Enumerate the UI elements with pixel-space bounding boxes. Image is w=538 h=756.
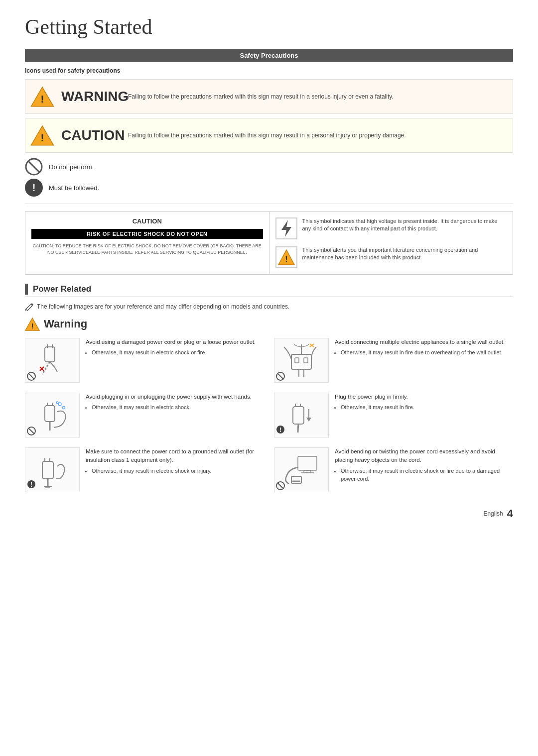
caution-right-panel: This symbol indicates that high voltage …: [269, 212, 513, 274]
literature-text: This symbol alerts you that important li…: [302, 246, 507, 262]
svg-marker-6: [281, 220, 291, 237]
caution-fine-print: CAUTION: TO REDUCE THE RISK OF ELECTRIC …: [31, 243, 263, 255]
no-perform-badge-3: [27, 427, 36, 435]
no-perform-badge-2: [276, 372, 285, 381]
svg-line-56: [278, 483, 283, 488]
no-perform-badge-1: [27, 372, 36, 381]
multi-outlet-icon: [279, 342, 324, 379]
power-section-header: Power Related: [25, 284, 513, 297]
page-footer: English 4: [25, 507, 513, 520]
power-item-5-text: Make sure to connect the power cord to a…: [86, 447, 264, 475]
svg-text:!: !: [41, 93, 44, 105]
power-item-6: ▬▬ Avoid bending or twisting the power c…: [274, 447, 513, 492]
must-follow-label: Must be followed.: [49, 184, 99, 192]
svg-rect-12: [45, 347, 55, 362]
svg-rect-50: [298, 456, 317, 470]
svg-line-5: [29, 162, 39, 172]
no-perform-badge-6: [276, 481, 285, 490]
caution-desc: Failing to follow the precautions marked…: [128, 131, 406, 140]
power-item-2-text: Avoid connecting multiple electric appli…: [335, 338, 505, 357]
warning-row: ! WARNING Failing to follow the precauti…: [25, 79, 513, 114]
svg-rect-42: [42, 461, 53, 479]
svg-line-34: [29, 429, 34, 433]
page-number: 4: [507, 507, 513, 520]
power-items-grid: Avoid using a damaged power cord or plug…: [25, 338, 513, 492]
warning-heading: ! Warning: [25, 317, 513, 331]
svg-rect-20: [295, 358, 299, 363]
must-follow-badge-4: !: [276, 425, 285, 434]
caution-box-title: CAUTION: [31, 217, 263, 225]
caution-triangle-icon: !: [30, 123, 54, 147]
power-item-1: Avoid using a damaged power cord or plug…: [25, 338, 264, 383]
high-voltage-text: This symbol indicates that high voltage …: [302, 217, 507, 233]
caution-box-section: CAUTION RISK OF ELECTRIC SHOCK DO NOT OP…: [25, 211, 513, 275]
power-item-2-image: [274, 338, 329, 383]
triangle-alert-icon: !: [277, 249, 295, 266]
power-item-1-image: [25, 338, 80, 383]
caution-row: ! CAUTION Failing to follow the precauti…: [25, 118, 513, 153]
power-item-4-image: !: [274, 393, 329, 437]
svg-text:!: !: [31, 322, 34, 330]
risk-bar: RISK OF ELECTRIC SHOCK DO NOT OPEN: [31, 229, 263, 239]
lightning-icon-box: [275, 217, 297, 239]
power-item-4: ! Plug the power plug in firmly. Otherwi…: [274, 393, 513, 437]
triangle-alert-box: !: [275, 246, 297, 268]
power-item-3-image: [25, 393, 80, 437]
section-bar: [25, 284, 28, 295]
svg-rect-35: [293, 407, 304, 424]
power-item-2: Avoid connecting multiple electric appli…: [274, 338, 513, 383]
svg-line-26: [278, 374, 283, 379]
warning-heading-label: Warning: [44, 318, 87, 330]
heavy-object-cord-icon: ▬▬: [279, 451, 324, 489]
lightning-icon: [279, 219, 294, 238]
grounded-outlet-icon: [30, 451, 75, 489]
svg-text:!: !: [285, 255, 287, 264]
warning-label: WARNING: [61, 89, 121, 105]
icons-label: Icons used for safety precautions: [25, 67, 513, 74]
pencil-icon: [25, 302, 34, 311]
no-perform-icon: [25, 158, 43, 176]
power-item-3: Avoid plugging in or unplugging the powe…: [25, 393, 264, 437]
page-language: English: [483, 510, 503, 517]
svg-point-32: [56, 402, 58, 404]
firm-plug-icon: [279, 397, 324, 434]
svg-marker-39: [306, 418, 311, 422]
svg-point-31: [63, 406, 65, 409]
power-section-title: Power Related: [33, 284, 91, 294]
warning-heading-icon: !: [25, 317, 40, 331]
svg-text:!: !: [279, 427, 281, 433]
damaged-cord-icon: [30, 342, 75, 379]
wet-hands-icon: [30, 397, 75, 434]
power-item-5-image: !: [25, 447, 80, 492]
page-title: Getting Started: [25, 15, 513, 39]
power-item-3-text: Avoid plugging in or unplugging the powe…: [86, 393, 252, 412]
warning-desc: Failing to follow the precautions marked…: [128, 92, 394, 101]
must-follow-badge-5: !: [27, 480, 36, 489]
literature-row: ! This symbol alerts you that important …: [275, 246, 507, 268]
power-item-1-text: Avoid using a damaged power cord or plug…: [86, 338, 256, 357]
do-not-label: Do not perform.: [49, 163, 94, 171]
svg-rect-19: [291, 354, 311, 369]
svg-rect-27: [45, 406, 55, 422]
caution-label: CAUTION: [61, 127, 121, 143]
safety-header: Safety Precautions: [25, 49, 513, 62]
power-item-6-text: Avoid bending or twisting the power cord…: [335, 447, 513, 483]
power-item-5: ! Make sure to connect the power cord to…: [25, 447, 264, 492]
svg-text:!: !: [41, 132, 44, 143]
exclaim-icon: !: [25, 179, 43, 197]
do-not-row: Do not perform.: [25, 158, 513, 176]
note-text: The following images are for your refere…: [37, 303, 289, 310]
high-voltage-row: This symbol indicates that high voltage …: [275, 217, 507, 239]
svg-line-18: [29, 374, 34, 379]
svg-text:▬▬: ▬▬: [292, 478, 300, 483]
svg-text:!: !: [30, 481, 32, 488]
warning-triangle-icon: !: [30, 85, 54, 108]
svg-rect-21: [304, 358, 308, 363]
svg-line-9: [25, 309, 26, 311]
power-item-4-text: Plug the power plug in firmly. Otherwise…: [335, 393, 414, 412]
must-follow-row: ! Must be followed.: [25, 179, 513, 197]
caution-left-panel: CAUTION RISK OF ELECTRIC SHOCK DO NOT OP…: [25, 212, 269, 274]
power-item-6-image: ▬▬: [274, 447, 329, 492]
svg-point-30: [58, 403, 61, 406]
note-line: The following images are for your refere…: [25, 302, 513, 311]
